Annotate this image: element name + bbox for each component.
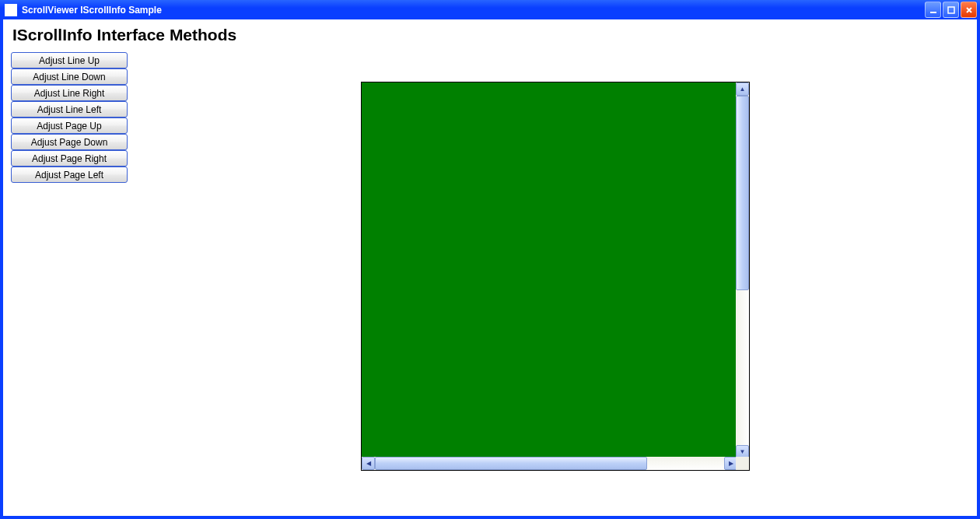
chevron-right-icon: ▶ <box>729 461 733 467</box>
window-controls <box>925 2 977 18</box>
svg-rect-1 <box>948 7 954 13</box>
minimize-icon <box>929 6 937 14</box>
titlebar[interactable]: ScrollViewer IScrollInfo Sample <box>0 0 980 19</box>
svg-rect-0 <box>930 12 936 13</box>
vertical-scrollbar[interactable]: ▲ ▼ <box>736 82 749 458</box>
client-area: IScrollInfo Interface Methods Adjust Lin… <box>3 19 977 516</box>
content-row: Adjust Line Up Adjust Line Down Adjust L… <box>11 52 969 471</box>
adjust-page-up-button[interactable]: Adjust Page Up <box>11 117 128 134</box>
app-window: ScrollViewer IScrollInfo Sample IScrollI… <box>0 0 980 519</box>
window-title: ScrollViewer IScrollInfo Sample <box>22 5 925 16</box>
vertical-scroll-thumb[interactable] <box>736 96 749 290</box>
adjust-line-right-button[interactable]: Adjust Line Right <box>11 85 128 101</box>
adjust-line-left-button[interactable]: Adjust Line Left <box>11 101 128 117</box>
page-heading: IScrollInfo Interface Methods <box>12 26 969 44</box>
scroll-content-panel <box>362 82 737 458</box>
chevron-left-icon: ◀ <box>366 461 371 467</box>
close-button[interactable] <box>961 2 977 18</box>
maximize-button[interactable] <box>943 2 959 18</box>
adjust-line-up-button[interactable]: Adjust Line Up <box>11 52 128 68</box>
scrollbar-corner <box>736 457 749 470</box>
scroll-viewer: ▲ ▼ ◀ ▶ <box>361 82 750 471</box>
adjust-line-down-button[interactable]: Adjust Line Down <box>11 68 128 85</box>
close-icon <box>965 6 973 14</box>
adjust-page-right-button[interactable]: Adjust Page Right <box>11 150 128 167</box>
chevron-down-icon: ▼ <box>740 449 746 455</box>
horizontal-scrollbar[interactable]: ◀ ▶ <box>362 457 737 470</box>
app-icon <box>5 4 17 16</box>
minimize-button[interactable] <box>925 2 941 18</box>
maximize-icon <box>947 6 955 14</box>
horizontal-scroll-thumb[interactable] <box>375 457 647 470</box>
chevron-up-icon: ▲ <box>740 86 746 93</box>
adjust-page-left-button[interactable]: Adjust Page Left <box>11 167 128 183</box>
scroll-left-button[interactable]: ◀ <box>362 457 375 470</box>
scroll-up-button[interactable]: ▲ <box>736 82 749 96</box>
button-panel: Adjust Line Up Adjust Line Down Adjust L… <box>11 52 128 183</box>
adjust-page-down-button[interactable]: Adjust Page Down <box>11 134 128 150</box>
